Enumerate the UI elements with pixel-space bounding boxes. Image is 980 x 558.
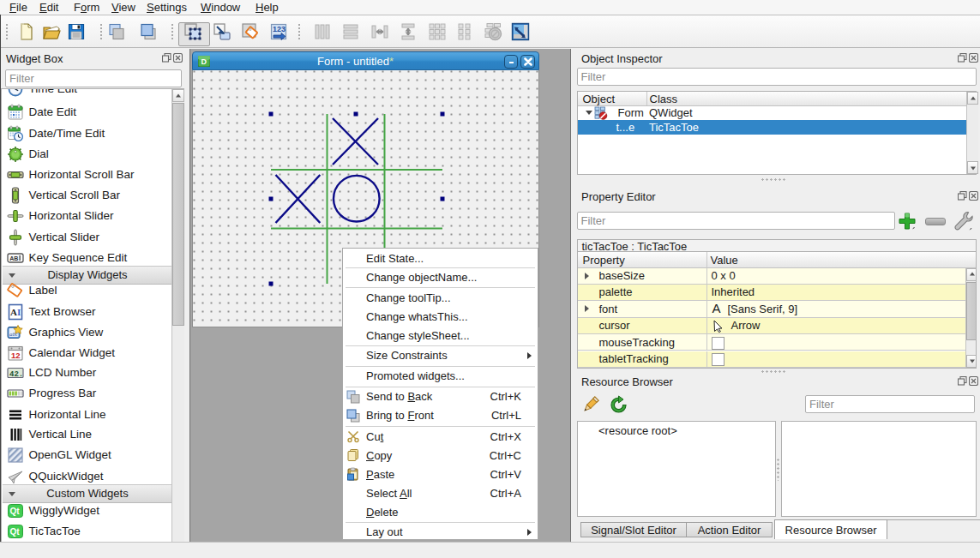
svg-text:42.: 42. (9, 370, 23, 379)
svg-text:AB: AB (9, 255, 18, 261)
svg-text:D: D (201, 57, 207, 66)
svg-text:A: A (10, 306, 17, 316)
svg-text:abc: abc (9, 331, 19, 338)
svg-text:123: 123 (273, 25, 286, 33)
svg-text:Qt: Qt (10, 507, 21, 516)
svg-text:12: 12 (11, 350, 21, 359)
svg-text:Qt: Qt (10, 527, 21, 537)
svg-text:I: I (17, 306, 21, 316)
